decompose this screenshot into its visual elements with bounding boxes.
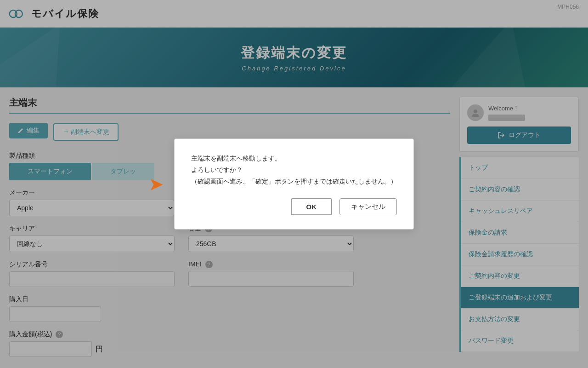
modal-overlay: ➤ 主端末を副端末へ移動します。 よろしいですか？ （確認画面へ進み、「確定」ボ… <box>0 0 588 368</box>
modal-message: 主端末を副端末へ移動します。 よろしいですか？ （確認画面へ進み、「確定」ボタン… <box>191 153 397 188</box>
modal-box: 主端末を副端末へ移動します。 よろしいですか？ （確認画面へ進み、「確定」ボタン… <box>174 138 414 230</box>
modal-line2: よろしいですか？ <box>191 164 397 176</box>
arrow-indicator: ➤ <box>148 173 164 195</box>
ok-button[interactable]: OK <box>291 198 333 215</box>
modal-line3: （確認画面へ進み、「確定」ボタンを押すまでは確走いたしません。） <box>191 176 397 187</box>
modal-buttons: OK キャンセル <box>191 198 397 215</box>
cancel-button[interactable]: キャンセル <box>339 198 397 215</box>
modal-line1: 主端末を副端末へ移動します。 <box>191 153 397 164</box>
modal-wrapper: ➤ 主端末を副端末へ移動します。 よろしいですか？ （確認画面へ進み、「確定」ボ… <box>174 138 414 230</box>
